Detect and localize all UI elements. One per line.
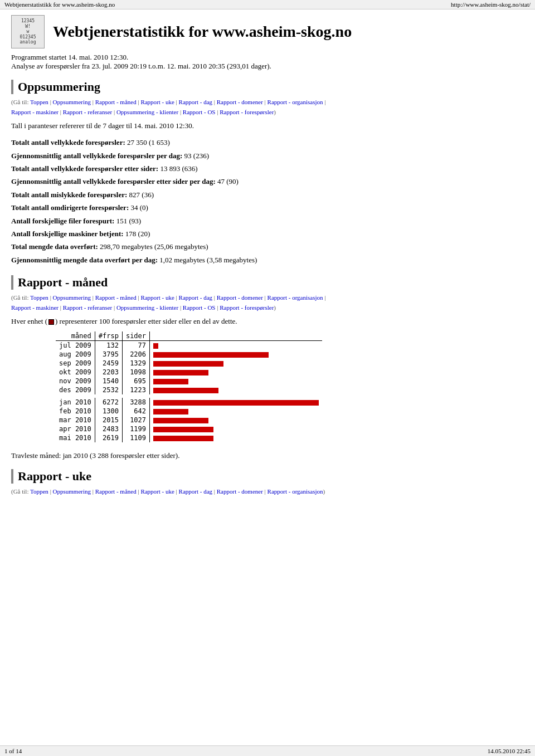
stat-item: Gjennomsnittlig mengde data overført per… bbox=[11, 253, 524, 266]
nav3-oppsummering[interactable]: Oppsummering bbox=[53, 488, 91, 495]
stat-item: Totalt antall vellykkede forespørsler et… bbox=[11, 162, 524, 175]
oppsummering-heading: Oppsummering bbox=[11, 80, 524, 94]
nav3-rapport-dag[interactable]: Rapport - dag bbox=[179, 488, 212, 495]
stat-item: Antall forskjellige filer forespurt: 151… bbox=[11, 214, 524, 227]
subtitle-area: Programmet startet 14. mai. 2010 12:30. … bbox=[11, 53, 524, 71]
cell-month: jan 2010 bbox=[56, 398, 95, 407]
cell-frsp: 2619 bbox=[95, 433, 122, 442]
cell-frsp: 2532 bbox=[95, 386, 122, 394]
nav-rapport-referanser[interactable]: Rapport - referanser bbox=[63, 109, 113, 115]
stat-item: Totalt antall omdirigerte forespørsler: … bbox=[11, 201, 524, 214]
nav2-rapport-organisasjon[interactable]: Rapport - organisasjon bbox=[268, 294, 323, 301]
stat-item: Antall forskjellige maskiner betjent: 17… bbox=[11, 227, 524, 240]
rapport-maaned-nav: (Gå til: Toppen | Oppsummering | Rapport… bbox=[11, 293, 524, 313]
nav-rapport-maaned[interactable]: Rapport - måned bbox=[95, 99, 137, 105]
cell-month: feb 2010 bbox=[56, 407, 95, 416]
rapport-uke-heading: Rapport - uke bbox=[11, 469, 524, 484]
table-row: aug 2009 3795 2206 bbox=[56, 350, 322, 359]
nav-rapport-domener[interactable]: Rapport - domener bbox=[217, 99, 263, 105]
table-row: mar 2010 2015 1027 bbox=[56, 416, 322, 425]
nav-oppsummering[interactable]: Oppsummering bbox=[53, 99, 91, 105]
table-row: jan 2010 6272 3288 bbox=[56, 398, 322, 407]
cell-bar bbox=[150, 433, 323, 442]
cell-month: sep 2009 bbox=[56, 359, 95, 368]
col-header-month: måned bbox=[56, 331, 95, 341]
cell-month: mai 2010 bbox=[56, 433, 95, 442]
cell-month: des 2009 bbox=[56, 386, 95, 394]
browser-bar: Webtjenerstatistikk for www.asheim-skog.… bbox=[0, 0, 535, 9]
cell-bar bbox=[150, 386, 323, 394]
tab-title: Webtjenerstatistikk for www.asheim-skog.… bbox=[4, 1, 115, 8]
cell-bar bbox=[150, 398, 323, 407]
header-area: 12345 W! w 012345 analog Webtjenerstatis… bbox=[11, 15, 524, 48]
cell-frsp: 2203 bbox=[95, 368, 122, 377]
cell-sider: 3288 bbox=[122, 398, 149, 407]
cell-frsp: 1300 bbox=[95, 407, 122, 416]
nav-rapport-maskiner[interactable]: Rapport - maskiner bbox=[11, 109, 59, 115]
nav2-oppsummering-klienter[interactable]: Oppsummering - klienter bbox=[116, 304, 178, 311]
cell-bar bbox=[150, 416, 323, 425]
cell-frsp: 3795 bbox=[95, 350, 122, 359]
table-row: apr 2010 2483 1199 bbox=[56, 425, 322, 433]
nav2-rapport-os[interactable]: Rapport - OS bbox=[183, 304, 216, 311]
col-header-bar bbox=[150, 331, 323, 341]
nav-rapport-dag[interactable]: Rapport - dag bbox=[179, 99, 212, 105]
cell-month: nov 2009 bbox=[56, 377, 95, 386]
stat-item: Total mengde data overført: 298,70 megab… bbox=[11, 240, 524, 253]
page-title: Webtjenerstatistikk for www.asheim-skog.… bbox=[53, 23, 352, 41]
cell-sider: 77 bbox=[122, 341, 149, 350]
nav3-rapport-domener[interactable]: Rapport - domener bbox=[217, 488, 263, 495]
site-logo: 12345 W! w 012345 analog bbox=[11, 15, 45, 48]
nav-rapport-organisasjon[interactable]: Rapport - organisasjon bbox=[268, 99, 323, 105]
cell-month: jul 2009 bbox=[56, 341, 95, 350]
cell-sider: 1199 bbox=[122, 425, 149, 433]
col-header-sider: sider bbox=[122, 331, 149, 341]
cell-bar bbox=[150, 368, 323, 377]
nav3-toppen[interactable]: Toppen bbox=[30, 488, 48, 495]
nav2-rapport-dag[interactable]: Rapport - dag bbox=[179, 294, 212, 301]
cell-sider: 1223 bbox=[122, 386, 149, 394]
cell-bar bbox=[150, 407, 323, 416]
rapport-maaned-heading: Rapport - måned bbox=[11, 275, 524, 290]
table-row: jul 2009 132 77 bbox=[56, 341, 322, 350]
nav-toppen[interactable]: Toppen bbox=[30, 99, 48, 105]
cell-frsp: 132 bbox=[95, 341, 122, 350]
page-content: 12345 W! w 012345 analog Webtjenerstatis… bbox=[0, 9, 535, 513]
nav3-rapport-uke[interactable]: Rapport - uke bbox=[140, 488, 174, 495]
nav3-rapport-organisasjon[interactable]: Rapport - organisasjon bbox=[268, 488, 323, 495]
cell-bar bbox=[150, 425, 323, 433]
travleste-text: Travleste måned: jan 2010 (3 288 forespø… bbox=[11, 451, 524, 460]
stats-block: Totalt antall vellykkede forespørsler: 2… bbox=[11, 136, 524, 266]
nav2-oppsummering[interactable]: Oppsummering bbox=[53, 294, 91, 301]
table-row: okt 2009 2203 1098 bbox=[56, 368, 322, 377]
stat-item: Totalt antall mislykkede forespørsler: 8… bbox=[11, 188, 524, 201]
monthly-table: måned #frsp sider jul 2009 132 77 aug 20… bbox=[56, 331, 322, 442]
monthly-chart-section: måned #frsp sider jul 2009 132 77 aug 20… bbox=[11, 331, 524, 442]
nav2-rapport-maaned[interactable]: Rapport - måned bbox=[95, 294, 137, 301]
nav2-rapport-domener[interactable]: Rapport - domener bbox=[217, 294, 263, 301]
paranteser-note: Tall i paranteser refererer til de 7 dag… bbox=[11, 121, 524, 130]
cell-sider: 642 bbox=[122, 407, 149, 416]
cell-frsp: 6272 bbox=[95, 398, 122, 407]
nav-rapport-uke[interactable]: Rapport - uke bbox=[140, 99, 174, 105]
nav2-toppen[interactable]: Toppen bbox=[30, 294, 48, 301]
stat-item: Totalt antall vellykkede forespørsler: 2… bbox=[11, 136, 524, 149]
nav-rapport-os[interactable]: Rapport - OS bbox=[183, 109, 216, 115]
url-bar: http://www.asheim-skog.no/stat/ bbox=[451, 1, 531, 8]
nav2-rapport-uke[interactable]: Rapport - uke bbox=[140, 294, 174, 301]
nav3-rapport-maaned[interactable]: Rapport - måned bbox=[95, 488, 137, 495]
program-start: Programmet startet 14. mai. 2010 12:30. bbox=[11, 53, 524, 62]
cell-sider: 695 bbox=[122, 377, 149, 386]
cell-bar bbox=[150, 359, 323, 368]
cell-sider: 1109 bbox=[122, 433, 149, 442]
nav2-rapport-maskiner[interactable]: Rapport - maskiner bbox=[11, 304, 59, 311]
nav2-rapport-forespoersler[interactable]: Rapport - forespørsler bbox=[220, 304, 274, 311]
nav-rapport-forespoersler[interactable]: Rapport - forespørsler bbox=[220, 109, 274, 115]
table-row: feb 2010 1300 642 bbox=[56, 407, 322, 416]
col-header-frsp: #frsp bbox=[95, 331, 122, 341]
cell-month: aug 2009 bbox=[56, 350, 95, 359]
nav2-rapport-referanser[interactable]: Rapport - referanser bbox=[63, 304, 113, 311]
cell-sider: 1329 bbox=[122, 359, 149, 368]
cell-sider: 2206 bbox=[122, 350, 149, 359]
nav-oppsummering-klienter[interactable]: Oppsummering - klienter bbox=[116, 109, 178, 115]
